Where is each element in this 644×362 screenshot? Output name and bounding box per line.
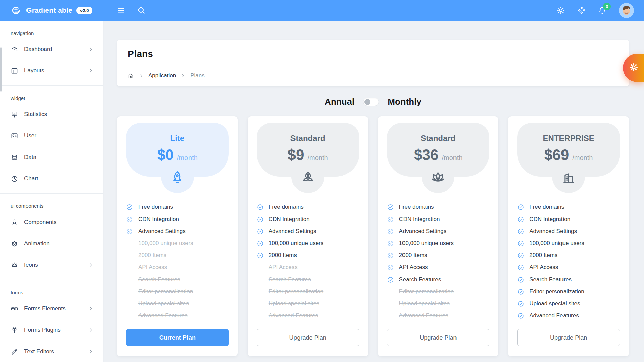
sidebar-item-text-editors[interactable]: Text Editors xyxy=(0,341,103,362)
sidebar-item-label: Forms Plugins xyxy=(24,327,61,334)
plan-feature-label: Free domains xyxy=(529,204,564,210)
pie-chart-icon xyxy=(11,175,18,183)
plan-period: /month xyxy=(177,154,198,162)
plan-feature-item: Editor personalization xyxy=(126,286,229,298)
plan-feature-label: Advanced Features xyxy=(269,312,318,319)
chevron-right-icon xyxy=(139,73,144,78)
plan-action-button[interactable]: Upgrade Plan xyxy=(387,329,490,346)
sidebar-section-label: widget xyxy=(0,89,103,104)
plan-feature-label: Advanced Settings xyxy=(399,228,447,235)
statistics-board-icon xyxy=(11,111,18,118)
plan-feature-item: Upload special sites xyxy=(126,298,229,310)
breadcrumb-current-plans: Plans xyxy=(190,72,205,79)
plan-feature-label: Upload special sites xyxy=(399,300,450,307)
user-avatar[interactable] xyxy=(619,3,634,18)
toggle-knob xyxy=(364,99,370,105)
plan-feature-item: Advanced Features xyxy=(126,310,229,322)
brand-name: Gradient able xyxy=(26,6,72,14)
plan-feature-label: Search Features xyxy=(399,276,441,283)
sidebar-item-label: Animation xyxy=(24,240,50,247)
tulip-icon xyxy=(300,170,316,185)
plan-feature-item: Editor personalization xyxy=(257,286,359,298)
plan-name: Standard xyxy=(387,123,490,143)
check-circle-icon xyxy=(387,240,394,247)
sidebar-item-data[interactable]: Data xyxy=(0,146,103,168)
hamburger-menu-icon[interactable] xyxy=(117,6,125,15)
plan-feature-item: Free domains xyxy=(517,201,620,213)
check-circle-icon xyxy=(387,216,394,223)
plan-feature-label: Search Features xyxy=(269,276,311,283)
plan-feature-item: Search Features xyxy=(387,274,490,286)
plan-period: /month xyxy=(308,154,328,162)
plan-feature-label: Upload special sites xyxy=(269,300,319,307)
home-icon[interactable] xyxy=(128,73,134,79)
chevron-right-icon xyxy=(181,73,185,78)
text-editors-icon xyxy=(11,348,18,356)
plan-feature-list: Free domains CDN Integration Advanced Se… xyxy=(517,201,620,322)
theme-sun-icon[interactable] xyxy=(556,6,565,15)
plan-feature-item: API Access xyxy=(257,261,359,274)
version-badge: v2.0 xyxy=(76,7,92,14)
plan-feature-label: CDN Integration xyxy=(138,216,179,223)
plan-action-button[interactable]: Upgrade Plan xyxy=(517,329,620,346)
search-icon[interactable] xyxy=(137,6,146,15)
sidebar-item-icons[interactable]: Icons xyxy=(0,254,103,276)
chevron-right-icon xyxy=(88,349,93,354)
plan-feature-label: Advanced Settings xyxy=(138,228,186,235)
monthly-label: Monthly xyxy=(388,97,421,107)
sidebar-item-label: Chart xyxy=(24,175,38,182)
plan-period: /month xyxy=(572,154,593,162)
plan-card-lite-0: Lite $0 /month Free domains CDN Integrat… xyxy=(117,116,238,356)
plan-price: $0 xyxy=(157,146,174,163)
plan-action-button[interactable]: Upgrade Plan xyxy=(257,329,359,346)
breadcrumb-link-application[interactable]: Application xyxy=(148,72,176,79)
plan-action-button[interactable]: Current Plan xyxy=(126,329,229,346)
sidebar-item-layouts[interactable]: Layouts xyxy=(0,60,103,81)
sidebar-scrollbar[interactable] xyxy=(0,47,2,92)
chevron-right-icon xyxy=(88,327,93,333)
check-circle-icon xyxy=(387,252,394,259)
sidebar-item-forms-plugins[interactable]: Forms Plugins xyxy=(0,319,103,341)
plan-feature-item: 100,000 unique users xyxy=(387,237,490,249)
apps-grid-icon[interactable] xyxy=(577,6,586,15)
plan-card-enterprise-69: ENTERPRISE $69 /month Free domains CDN I… xyxy=(508,116,629,356)
sidebar-item-animation[interactable]: Animation xyxy=(0,233,103,254)
sidebar-item-forms-elements[interactable]: Forms Elements xyxy=(0,298,103,319)
check-circle-icon xyxy=(517,300,524,307)
plan-feature-item: 100,000 unique users xyxy=(126,237,229,249)
plan-card-standard-36: Standard $36 /month Free domains CDN Int… xyxy=(378,116,499,356)
sidebar-item-statistics[interactable]: Statistics xyxy=(0,104,103,125)
notifications-bell-icon[interactable]: 3 xyxy=(598,6,607,15)
check-circle-icon xyxy=(257,216,264,223)
top-navbar: Gradient able v2.0 xyxy=(0,0,644,21)
lotus-icon xyxy=(430,170,446,185)
sidebar-item-components[interactable]: Components xyxy=(0,212,103,233)
forms-elements-icon xyxy=(11,305,18,313)
check-circle-icon xyxy=(257,252,264,259)
plan-feature-label: API Access xyxy=(138,264,167,271)
plan-feature-item: Search Features xyxy=(126,274,229,286)
plan-feature-item: Editor personalization xyxy=(387,286,490,298)
billing-period-toggle-row: Annual Monthly xyxy=(117,97,629,107)
sidebar-section: ui components Components Animation Icons xyxy=(0,194,103,280)
sidebar-section-label: forms xyxy=(0,284,103,298)
plan-feature-label: API Access xyxy=(399,264,428,271)
sidebar-item-dashboard[interactable]: Dashboard xyxy=(0,39,103,60)
billing-toggle-switch[interactable] xyxy=(363,98,379,106)
plan-feature-label: 2000 Items xyxy=(269,252,297,259)
brand[interactable]: Gradient able v2.0 xyxy=(0,4,103,16)
animation-flower-icon xyxy=(11,240,18,248)
check-circle-icon xyxy=(387,264,394,271)
plan-feature-item: CDN Integration xyxy=(517,213,620,225)
brand-logo-icon xyxy=(10,4,22,16)
plan-feature-label: 100,000 unique users xyxy=(269,240,324,247)
check-circle-icon xyxy=(517,216,524,223)
sidebar-item-chart[interactable]: Chart xyxy=(0,168,103,189)
check-circle-icon xyxy=(126,228,133,235)
page-header-card: Plans Application Plans xyxy=(117,40,629,86)
plan-feature-label: Editor personalization xyxy=(269,288,323,295)
sidebar-item-user[interactable]: User xyxy=(0,125,103,146)
plan-feature-label: Editor personalization xyxy=(529,288,584,295)
building-icon xyxy=(561,170,576,185)
plan-feature-label: Advanced Settings xyxy=(269,228,316,235)
